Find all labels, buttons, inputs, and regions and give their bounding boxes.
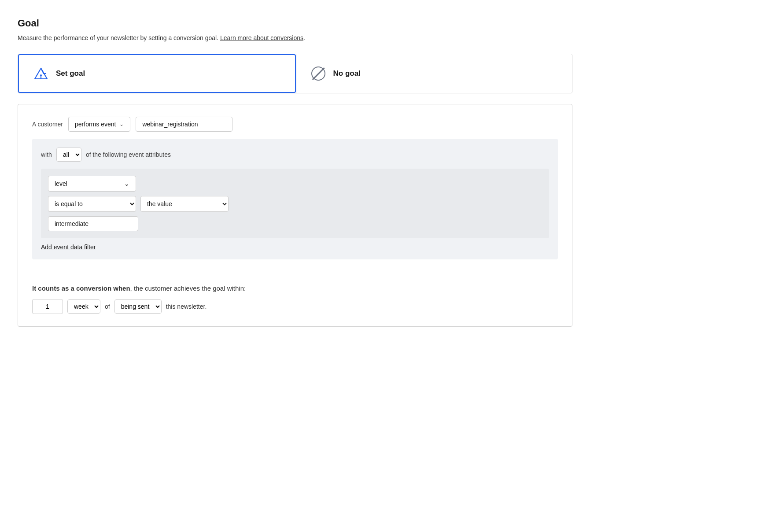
- conversion-suffix: this newsletter.: [166, 303, 207, 310]
- customer-prefix: A customer: [32, 121, 63, 128]
- set-goal-label: Set goal: [56, 69, 85, 78]
- filter-field-row: level ⌄: [48, 176, 542, 192]
- conversion-bold: It counts as a conversion when: [32, 284, 130, 292]
- goal-icon: [33, 66, 49, 81]
- event-input[interactable]: [136, 117, 232, 132]
- customer-row: A customer performs event ⌄: [32, 117, 558, 132]
- no-goal-card[interactable]: No goal: [296, 54, 572, 93]
- field-dropdown[interactable]: level ⌄: [48, 176, 136, 192]
- condition-row: is equal to the value: [48, 196, 542, 212]
- value-input[interactable]: [48, 216, 138, 231]
- field-dropdown-value: level: [55, 180, 67, 187]
- no-goal-label: No goal: [333, 69, 361, 78]
- value-input-row: [48, 216, 542, 231]
- attributes-suffix: of the following event attributes: [86, 151, 171, 158]
- action-dropdown-chevron: ⌄: [119, 121, 124, 127]
- field-chevron-icon: ⌄: [124, 180, 129, 187]
- conversion-number-input[interactable]: [32, 299, 63, 314]
- conversion-rest: , the customer achieves the goal within:: [130, 284, 246, 292]
- conversion-row: week of being sent this newsletter.: [32, 299, 558, 314]
- svg-point-2: [40, 74, 42, 76]
- conversion-text: It counts as a conversion when, the cust…: [32, 284, 558, 292]
- set-goal-card[interactable]: Set goal: [18, 54, 296, 93]
- attributes-box: with all of the following event attribut…: [32, 139, 558, 259]
- value-type-select[interactable]: the value: [140, 196, 229, 212]
- with-label: with: [41, 151, 52, 158]
- no-goal-icon: [310, 66, 326, 81]
- action-dropdown-value: performs event: [75, 121, 116, 128]
- condition-all-select[interactable]: all: [56, 148, 81, 162]
- period-select[interactable]: week: [67, 299, 100, 314]
- content-area: A customer performs event ⌄ with all of …: [18, 104, 572, 327]
- page-title: Goal: [18, 18, 742, 29]
- customer-section: A customer performs event ⌄ with all of …: [18, 104, 572, 272]
- action-dropdown[interactable]: performs event ⌄: [68, 117, 130, 132]
- learn-more-link[interactable]: Learn more about conversions: [220, 34, 303, 41]
- subtitle: Measure the performance of your newslett…: [18, 34, 742, 41]
- goal-cards-container: Set goal No goal: [18, 54, 572, 93]
- timing-select[interactable]: being sent: [114, 299, 162, 314]
- with-row: with all of the following event attribut…: [41, 148, 549, 162]
- conversion-section: It counts as a conversion when, the cust…: [18, 272, 572, 326]
- operator-select[interactable]: is equal to: [48, 196, 136, 212]
- add-filter-link[interactable]: Add event data filter: [41, 244, 96, 251]
- filter-box: level ⌄ is equal to the value: [41, 169, 549, 238]
- of-label: of: [105, 303, 110, 310]
